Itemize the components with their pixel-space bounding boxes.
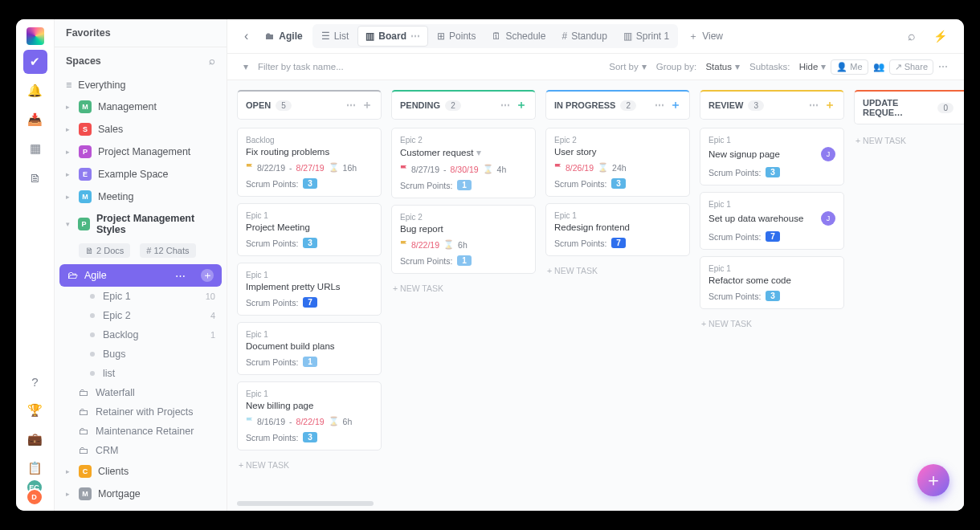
column-add-icon[interactable]: ＋ — [824, 98, 835, 112]
share-button[interactable]: ↗ Share — [889, 59, 933, 75]
column-more-icon[interactable]: ⋯ — [963, 102, 964, 113]
breadcrumb[interactable]: 🖿 Agile — [259, 27, 308, 45]
rail-inbox[interactable]: 📥 — [23, 108, 47, 132]
column-header[interactable]: IN PROGRESS2⋯＋ — [545, 90, 690, 120]
sidebar-list-epic-2[interactable]: Epic 24 — [55, 306, 227, 325]
rail-help[interactable]: ? — [23, 369, 47, 393]
sidebar-space-clients[interactable]: ▸CClients — [55, 460, 227, 483]
sidebar-folder-crm[interactable]: 🗀CRM — [55, 441, 227, 460]
new-task-button[interactable]: + NEW TASK — [700, 316, 844, 332]
task-card[interactable]: Epic 1 Set up data warehouseJ Scrum Poin… — [700, 192, 844, 250]
assignee-avatar[interactable]: J — [821, 147, 835, 161]
new-task-button[interactable]: + NEW TASK — [854, 132, 964, 149]
sidebar-space-example-space[interactable]: ▸ E Example Space — [55, 163, 227, 186]
column-more-icon[interactable]: ⋯ — [655, 100, 665, 111]
sidebar-add-space[interactable]: ＋ Add Space — [55, 505, 227, 511]
rail-home[interactable]: ✔ — [23, 50, 47, 74]
sidebar-list-list[interactable]: list — [55, 364, 227, 383]
rail-docs[interactable]: 🗎 — [23, 165, 47, 190]
task-card[interactable]: Epic 1 New billing page 8/16/19 - 8/22/1… — [237, 381, 382, 450]
sidebar-space-meeting[interactable]: ▸ M Meeting — [55, 186, 227, 208]
new-task-button[interactable]: + NEW TASK — [391, 280, 536, 296]
sidebar-list-bugs[interactable]: Bugs — [55, 344, 227, 364]
task-card[interactable]: Epic 2 Bug report 8/22/19 ⌛6h Scrum Poin… — [391, 205, 536, 274]
sidebar-list-backlog[interactable]: Backlog1 — [55, 325, 227, 344]
app-logo[interactable] — [27, 27, 44, 45]
me-chip[interactable]: 👤 Me — [831, 59, 868, 75]
hourglass-icon: ⌛ — [598, 162, 608, 173]
rail-clipboard[interactable]: 📋 — [23, 456, 47, 480]
task-card[interactable]: Epic 1 Implement pretty URLs Scrum Point… — [237, 263, 382, 316]
sidebar-space-mortgage[interactable]: ▸MMortgage — [55, 483, 227, 505]
new-task-button[interactable]: + NEW TASK — [237, 457, 382, 473]
column-add-icon[interactable]: ＋ — [516, 98, 527, 112]
search-icon[interactable]: ⌕ — [209, 55, 215, 67]
view-tab-board[interactable]: ▥ Board ⋯ — [357, 26, 428, 47]
add-icon[interactable]: ＋ — [201, 269, 214, 282]
sidebar-folder-maintenance-retainer[interactable]: 🗀Maintenance Retainer — [55, 422, 227, 441]
column-header[interactable]: REVIEW3⋯＋ — [700, 90, 844, 120]
sidebar-space-project-management-styles[interactable]: ▾ P Project Management Styles — [55, 208, 227, 240]
column-add-icon[interactable]: ＋ — [361, 98, 373, 112]
fab-create[interactable]: ＋ — [917, 464, 949, 496]
task-card[interactable]: Backlog Fix routing problems 8/22/19 - 8… — [237, 128, 382, 197]
rail-briefcase[interactable]: 💼 — [23, 427, 47, 451]
column-header[interactable]: PENDING2⋯＋ — [391, 90, 536, 120]
view-tab-points[interactable]: ⊞ Points — [430, 26, 483, 47]
sidebar-folder-retainer-with-projects[interactable]: 🗀Retainer with Projects — [55, 402, 227, 422]
filter-icon[interactable]: ▾ — [239, 59, 253, 75]
column-add-icon[interactable]: ＋ — [670, 98, 681, 112]
sidebar-list-epic-1[interactable]: Epic 110 — [55, 287, 227, 306]
rail-trophy[interactable]: 🏆 — [23, 398, 47, 422]
sort-by[interactable]: Sort by ▾ — [604, 59, 651, 75]
sidebar-space-project-management[interactable]: ▸ P Project Management — [55, 141, 227, 163]
column-header[interactable]: UPDATE REQUE…0⋯＋ — [854, 90, 964, 124]
subtasks-toggle[interactable]: Subtasks: Hide ▾ — [745, 59, 831, 75]
sidebar-favorites-header[interactable]: Favorites — [55, 19, 227, 47]
sidebar-space-sales[interactable]: ▸ S Sales — [55, 118, 227, 141]
chats-pill[interactable]: # 12 Chats — [140, 243, 195, 258]
sidebar-space-management[interactable]: ▸ M Management — [55, 96, 227, 118]
search-button[interactable]: ⌕ — [900, 25, 923, 47]
rail-dashboards[interactable]: ▦ — [23, 137, 47, 161]
h-scrollbar[interactable] — [237, 501, 374, 506]
sidebar-folder-waterfall[interactable]: 🗀Waterfall — [55, 383, 227, 402]
sidebar-spaces-header[interactable]: Spaces ⌕ — [55, 47, 227, 75]
new-task-button[interactable]: + NEW TASK — [545, 263, 690, 279]
task-card[interactable]: Epic 1 Redesign frontend Scrum Points:7 — [545, 203, 690, 256]
points-badge: 3 — [303, 238, 317, 248]
caret-icon: ▸ — [66, 170, 72, 178]
sidebar-everything[interactable]: ≡ Everything — [55, 75, 227, 96]
task-card[interactable]: Epic 1 New signup pageJ Scrum Points:3 — [700, 128, 844, 186]
view-tab-standup[interactable]: # Standup — [554, 26, 614, 47]
view-tab-schedule[interactable]: 🗓 Schedule — [484, 26, 553, 47]
sidebar-folder-agile[interactable]: 🗁Agile⋯ ＋ — [59, 264, 222, 287]
automations-button[interactable]: ⚡ — [926, 26, 954, 47]
column-more-icon[interactable]: ⋯ — [346, 100, 357, 111]
task-card[interactable]: Epic 1 Project Meeting Scrum Points:3 — [237, 203, 382, 256]
view-tab-sprint-1[interactable]: ▥ Sprint 1 — [616, 26, 676, 47]
task-card[interactable]: Epic 2 User story 8/26/19 ⌛24h Scrum Poi… — [545, 128, 690, 197]
group-by[interactable]: Group by: Status ▾ — [651, 59, 745, 75]
assignees-button[interactable]: 👥 — [868, 59, 889, 75]
docs-pill[interactable]: 🗎 2 Docs — [79, 243, 130, 258]
column-header[interactable]: OPEN5⋯＋ — [237, 90, 382, 120]
points-badge: 3 — [766, 167, 780, 177]
assignee-avatar[interactable]: J — [821, 211, 835, 226]
space-icon: P — [79, 145, 92, 158]
column-more-icon[interactable]: ⋯ — [809, 100, 819, 111]
rail-avatars[interactable]: EC D — [26, 485, 45, 504]
task-card[interactable]: Epic 1 Document build plans Scrum Points… — [237, 322, 382, 375]
more-icon[interactable]: ⋯ — [175, 270, 186, 282]
more-button[interactable]: ⋯ — [933, 59, 953, 75]
list-dot-icon — [90, 371, 95, 376]
task-card[interactable]: Epic 1 Refactor some code Scrum Points:3 — [700, 256, 844, 309]
task-card[interactable]: Epic 2 Customer request ▾ 8/27/19 - 8/30… — [391, 128, 536, 198]
column-more-icon[interactable]: ⋯ — [500, 100, 511, 111]
rail-notifications[interactable]: 🔔 — [23, 79, 47, 103]
view-tab-list[interactable]: ☰ List — [314, 26, 357, 47]
back-button[interactable]: ‹ — [237, 25, 255, 47]
card-title: Redesign frontend — [554, 222, 681, 232]
add-view[interactable]: ＋ View — [681, 26, 730, 47]
filter-input[interactable]: Filter by task name... — [253, 59, 349, 74]
